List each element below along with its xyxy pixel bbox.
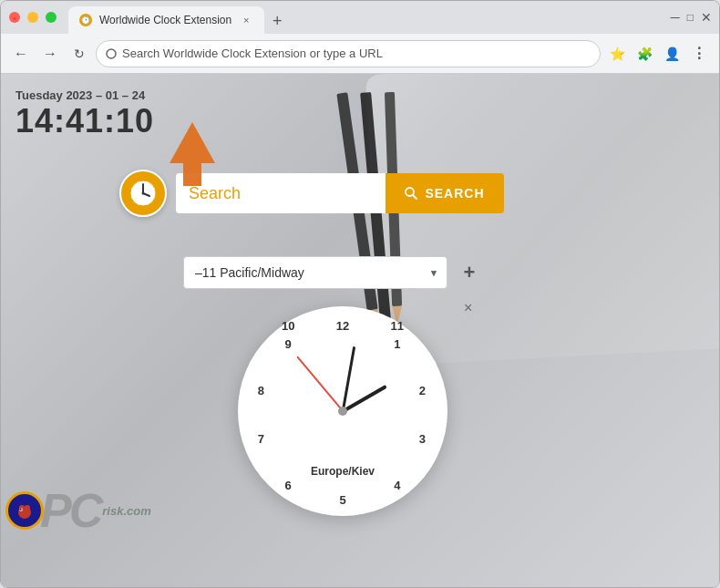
svg-point-4: [107, 49, 116, 58]
nav-actions: ⭐ 🧩 👤 ⋮: [604, 41, 712, 67]
clock-num-1: 1: [394, 337, 400, 351]
tab-bar: 🕐 Worldwide Clock Extension × +: [68, 1, 290, 34]
clock-num-4: 4: [394, 478, 400, 491]
add-timezone-button[interactable]: +: [457, 260, 482, 285]
clock-face-icon: [129, 179, 158, 208]
second-hand: [296, 356, 343, 412]
clock-timezone-label: Europe/Kiev: [311, 465, 375, 478]
window-close-button[interactable]: ×: [8, 11, 21, 24]
svg-marker-11: [170, 122, 215, 186]
page-content: Tuesday 2023 – 01 – 24 14:41:10 Search: [1, 74, 719, 587]
pc-risk-logo-area: PC risk.com: [5, 487, 151, 534]
minute-hand: [342, 346, 355, 411]
clock-num-5: 5: [339, 492, 345, 506]
time-display: 14:41:10: [15, 102, 154, 140]
svg-point-22: [20, 509, 22, 511]
window-restore-icon[interactable]: □: [687, 11, 694, 24]
date-display: Tuesday 2023 – 01 – 24: [15, 88, 154, 102]
extension-button[interactable]: 🧩: [632, 41, 657, 67]
timezone-select-wrapper: –11 Pacific/Midway ▼: [183, 256, 447, 289]
tab-favicon: 🕐: [79, 14, 92, 26]
window-controls: ×: [8, 11, 57, 24]
bookmark-button[interactable]: ⭐: [604, 41, 630, 67]
analog-clock: 12 1 2 3 4 5 6 7 8 9 10 11 Europe/Kiev: [238, 306, 447, 516]
svg-text:×: ×: [13, 15, 17, 23]
window-close-icon[interactable]: ✕: [701, 10, 712, 25]
hour-hand: [342, 385, 386, 413]
orange-arrow: [156, 118, 229, 194]
new-tab-button[interactable]: +: [264, 8, 290, 34]
menu-button[interactable]: ⋮: [686, 41, 712, 67]
nav-bar: ← → ↻ Search Worldwide Clock Extension o…: [1, 34, 719, 74]
svg-point-20: [25, 505, 30, 511]
timezone-dropdown[interactable]: –11 Pacific/Midway: [183, 256, 447, 289]
title-bar: × 🕐 Worldwide Clock Extension × + ─ □ ✕: [1, 1, 719, 34]
refresh-button[interactable]: ↻: [67, 41, 92, 67]
clock-center: [338, 407, 347, 416]
clock-num-11: 11: [391, 318, 404, 332]
close-clock-button[interactable]: ×: [464, 300, 472, 316]
clock-num-2: 2: [419, 384, 426, 397]
timezone-area: –11 Pacific/Midway ▼ +: [183, 256, 482, 289]
address-bar[interactable]: Search Worldwide Clock Extension or type…: [96, 40, 601, 67]
back-button[interactable]: ←: [8, 41, 34, 67]
tab-close-button[interactable]: ×: [239, 13, 253, 27]
bug-icon: [15, 500, 35, 521]
lock-icon: [106, 48, 117, 59]
address-text: Search Worldwide Clock Extension or type…: [122, 46, 383, 60]
clock-num-7: 7: [258, 431, 264, 445]
active-tab[interactable]: 🕐 Worldwide Clock Extension ×: [68, 6, 264, 34]
window-minimize-icon[interactable]: ─: [671, 10, 680, 25]
pc-risk-icon: [5, 491, 44, 530]
pc-logo-text: PC: [40, 487, 100, 534]
search-button[interactable]: SEARCH: [386, 173, 504, 213]
clock-num-12: 12: [336, 318, 349, 332]
clock-num-6: 6: [285, 478, 292, 491]
svg-line-17: [413, 195, 417, 199]
window-maximize-button[interactable]: [45, 11, 57, 24]
search-icon: [405, 187, 417, 200]
profile-button[interactable]: 👤: [659, 41, 684, 67]
browser-frame: × 🕐 Worldwide Clock Extension × + ─ □ ✕: [0, 0, 720, 588]
pc-risk-suffix: risk.com: [102, 504, 150, 518]
clock-num-8: 8: [258, 384, 264, 397]
svg-point-3: [46, 12, 57, 23]
svg-point-2: [27, 12, 38, 23]
forward-button[interactable]: →: [37, 41, 63, 67]
clock-num-3: 3: [419, 431, 426, 445]
window-minimize-button[interactable]: [26, 11, 39, 24]
tab-title: Worldwide Clock Extension: [99, 14, 231, 26]
clock-num-9: 9: [285, 337, 292, 351]
clock-num-10: 10: [282, 318, 294, 332]
pc-risk-suffix-area: risk.com: [102, 504, 150, 518]
svg-point-15: [142, 192, 145, 195]
clock-container: 12 1 2 3 4 5 6 7 8 9 10 11 Europe/Kiev: [238, 306, 447, 516]
datetime-area: Tuesday 2023 – 01 – 24 14:41:10: [15, 88, 154, 140]
search-button-label: SEARCH: [425, 186, 484, 201]
